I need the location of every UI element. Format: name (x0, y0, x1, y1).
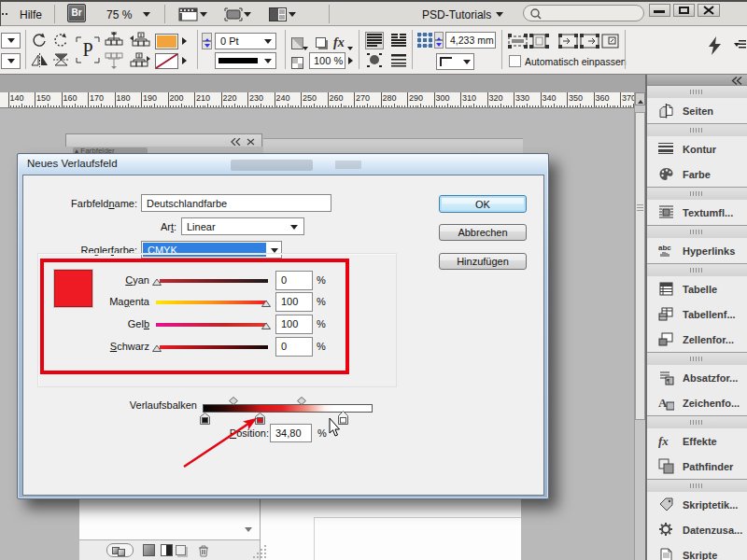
svg-text:abc: abc (658, 244, 671, 252)
svg-text:¶: ¶ (667, 378, 670, 385)
svg-text:fx: fx (658, 434, 669, 448)
svg-text:P: P (82, 39, 92, 60)
